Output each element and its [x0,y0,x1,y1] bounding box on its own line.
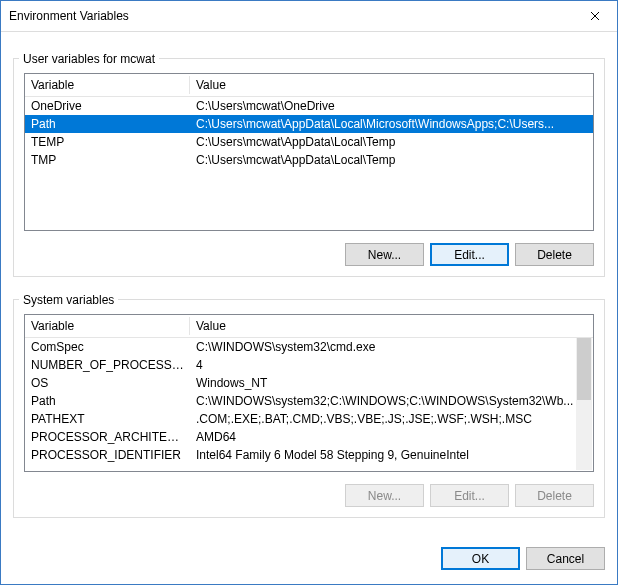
cell-value: AMD64 [190,428,593,446]
column-header-value[interactable]: Value [190,317,593,335]
list-row[interactable]: OSWindows_NT [25,374,593,392]
list-row[interactable]: PathC:\Users\mcwat\AppData\Local\Microso… [25,115,593,133]
user-variables-buttons: New... Edit... Delete [24,243,594,266]
cell-variable: PATHEXT [25,410,190,428]
list-header: Variable Value [25,74,593,97]
cell-value: C:\WINDOWS\system32\cmd.exe [190,338,593,356]
user-variables-list[interactable]: Variable Value OneDriveC:\Users\mcwat\On… [24,73,594,231]
column-header-value[interactable]: Value [190,76,593,94]
cell-variable: PROCESSOR_IDENTIFIER [25,446,190,464]
cell-variable: PROCESSOR_ARCHITECTURE [25,428,190,446]
system-variables-list[interactable]: Variable Value ComSpecC:\WINDOWS\system3… [24,314,594,472]
list-header: Variable Value [25,315,593,338]
cell-variable: NUMBER_OF_PROCESSORS [25,356,190,374]
cell-variable: Path [25,115,190,133]
user-delete-button[interactable]: Delete [515,243,594,266]
cancel-button[interactable]: Cancel [526,547,605,570]
dialog-content: User variables for mcwat Variable Value … [1,32,617,539]
system-delete-button[interactable]: Delete [515,484,594,507]
cell-value: C:\WINDOWS\system32;C:\WINDOWS;C:\WINDOW… [190,392,593,410]
cell-variable: Path [25,392,190,410]
system-variables-group: Variable Value ComSpecC:\WINDOWS\system3… [13,299,605,518]
scrollbar-thumb[interactable] [577,338,591,400]
cell-value: Windows_NT [190,374,593,392]
column-header-variable[interactable]: Variable [25,317,190,335]
user-edit-button[interactable]: Edit... [430,243,509,266]
list-row[interactable]: PROCESSOR_IDENTIFIERIntel64 Family 6 Mod… [25,446,593,464]
cell-variable: TEMP [25,133,190,151]
system-variables-label: System variables [19,293,118,307]
cell-value: C:\Users\mcwat\OneDrive [190,97,593,115]
close-icon[interactable] [572,1,617,31]
cell-value: .COM;.EXE;.BAT;.CMD;.VBS;.VBE;.JS;.JSE;.… [190,410,593,428]
list-row[interactable]: OneDriveC:\Users\mcwat\OneDrive [25,97,593,115]
cell-value: 4 [190,356,593,374]
cell-value: C:\Users\mcwat\AppData\Local\Temp [190,151,593,169]
user-variables-group: Variable Value OneDriveC:\Users\mcwat\On… [13,58,605,277]
window-title: Environment Variables [9,9,572,23]
cell-variable: TMP [25,151,190,169]
list-row[interactable]: PROCESSOR_ARCHITECTUREAMD64 [25,428,593,446]
cell-value: C:\Users\mcwat\AppData\Local\Microsoft\W… [190,115,593,133]
ok-button[interactable]: OK [441,547,520,570]
user-new-button[interactable]: New... [345,243,424,266]
environment-variables-dialog: Environment Variables User variables for… [0,0,618,585]
list-row[interactable]: PATHEXT.COM;.EXE;.BAT;.CMD;.VBS;.VBE;.JS… [25,410,593,428]
scrollbar[interactable] [576,338,592,470]
cell-value: C:\Users\mcwat\AppData\Local\Temp [190,133,593,151]
system-edit-button[interactable]: Edit... [430,484,509,507]
cell-variable: OS [25,374,190,392]
list-row[interactable]: NUMBER_OF_PROCESSORS4 [25,356,593,374]
column-header-variable[interactable]: Variable [25,76,190,94]
list-row[interactable]: TEMPC:\Users\mcwat\AppData\Local\Temp [25,133,593,151]
titlebar: Environment Variables [1,1,617,32]
user-variables-label: User variables for mcwat [19,52,159,66]
system-new-button[interactable]: New... [345,484,424,507]
system-variables-buttons: New... Edit... Delete [24,484,594,507]
dialog-buttons: OK Cancel [1,539,617,584]
cell-value: Intel64 Family 6 Model 58 Stepping 9, Ge… [190,446,593,464]
cell-variable: ComSpec [25,338,190,356]
cell-variable: OneDrive [25,97,190,115]
list-row[interactable]: PathC:\WINDOWS\system32;C:\WINDOWS;C:\WI… [25,392,593,410]
list-row[interactable]: ComSpecC:\WINDOWS\system32\cmd.exe [25,338,593,356]
list-row[interactable]: TMPC:\Users\mcwat\AppData\Local\Temp [25,151,593,169]
